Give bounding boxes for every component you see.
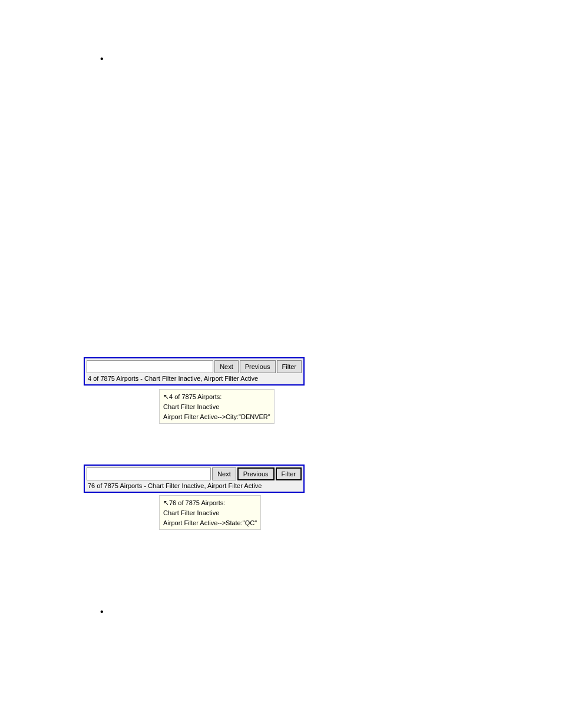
widget-1-filter-button[interactable]: Filter	[277, 360, 302, 373]
widget-1-tooltip-line2: Chart Filter Inactive	[163, 402, 270, 412]
widget-1-tooltip-line1: ↖4 of 7875 Airports:	[163, 391, 270, 402]
widget-2-previous-button[interactable]: Previous	[237, 467, 275, 480]
widget-1-next-button[interactable]: Next	[214, 360, 239, 373]
widget-2-filter-button[interactable]: Filter	[276, 467, 302, 480]
widget-2-next-button[interactable]: Next	[212, 467, 236, 480]
widget-1-text-input[interactable]	[87, 360, 213, 373]
widget-2: Next Previous Filter 76 of 7875 Airports…	[84, 465, 305, 493]
widget-2-text-input[interactable]	[87, 467, 211, 480]
widget-1-tooltip-line3: Airport Filter Active-->City:"DENVER"	[163, 412, 270, 422]
widget-2-status: 76 of 7875 Airports - Chart Filter Inact…	[87, 482, 302, 490]
widget-1-status: 4 of 7875 Airports - Chart Filter Inacti…	[87, 374, 302, 383]
widget-2-top-row: Next Previous Filter	[87, 467, 302, 480]
widget-2-tooltip-line2: Chart Filter Inactive	[163, 508, 257, 518]
bullet-point-2: •	[100, 607, 104, 617]
widget-1-top-row: Next Previous Filter	[87, 360, 302, 373]
widget-1: Next Previous Filter 4 of 7875 Airports …	[84, 357, 305, 386]
widget-2-tooltip: ↖76 of 7875 Airports: Chart Filter Inact…	[159, 495, 261, 530]
widget-2-tooltip-line3: Airport Filter Active-->State:"QC"	[163, 518, 257, 528]
widget-2-tooltip-line1: ↖76 of 7875 Airports:	[163, 498, 257, 508]
widget-1-tooltip: ↖4 of 7875 Airports: Chart Filter Inacti…	[159, 389, 275, 424]
widget-1-previous-button[interactable]: Previous	[240, 360, 276, 373]
bullet-point-1: •	[100, 54, 104, 64]
